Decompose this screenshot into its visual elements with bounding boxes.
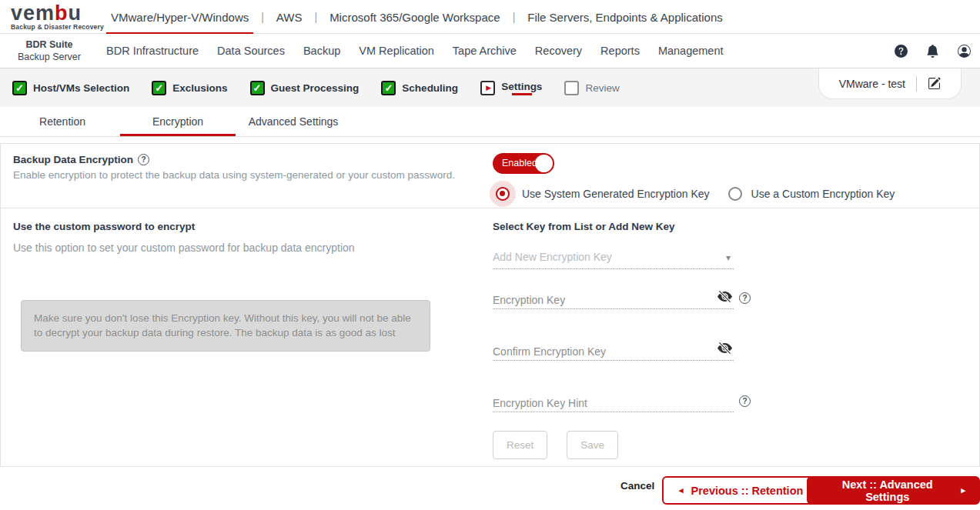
encryption-panel: Backup Data Encryption ? Enable encrypti… — [0, 143, 980, 467]
nav-bdr-infrastructure[interactable]: BDR Infrastructure — [106, 45, 199, 57]
notifications-bell-icon[interactable] — [926, 45, 939, 58]
radio-system-generated-label: Use System Generated Encryption Key — [522, 188, 710, 200]
wizard-footer: Cancel ◂ Previous :: Retention Next :: A… — [0, 467, 980, 510]
product-tab-m365-gworkspace[interactable]: Microsoft 365/Google Workspace — [328, 0, 502, 34]
nav-recovery[interactable]: Recovery — [535, 45, 582, 57]
tab-retention[interactable]: Retention — [5, 107, 120, 136]
header-icons — [895, 34, 971, 68]
left-arrow-icon: ◂ — [679, 485, 684, 495]
radio-system-generated-key[interactable] — [496, 187, 510, 201]
nav-tape-archive[interactable]: Tape Archive — [453, 45, 517, 57]
confirm-encryption-key-input[interactable] — [493, 342, 734, 361]
encryption-help-icon[interactable]: ? — [138, 154, 149, 165]
key-hint-field-row: ? — [493, 394, 734, 412]
eye-slash-icon[interactable] — [717, 289, 732, 304]
backup-encryption-section: Backup Data Encryption ? Enable encrypti… — [1, 144, 979, 208]
eye-slash-icon[interactable] — [717, 341, 732, 355]
custom-password-subtitle: Use this option to set your custom passw… — [13, 242, 355, 254]
checked-checkbox-icon: ✓ — [12, 81, 27, 95]
form-buttons: Reset Save — [493, 431, 618, 459]
encryption-key-help-icon[interactable]: ? — [739, 292, 751, 304]
encryption-key-field-row: ? — [493, 291, 734, 309]
product-tab-fileservers-endpoints[interactable]: File Servers, Endpoints & Applications — [526, 0, 724, 34]
radio-custom-label: Use a Custom Encryption Key — [751, 188, 895, 200]
checked-checkbox-icon: ✓ — [381, 81, 396, 95]
section-title-row: Backup Data Encryption ? — [13, 154, 455, 165]
help-icon[interactable] — [895, 45, 908, 58]
add-new-encryption-key-dropdown[interactable]: Add New Encryption Key ▾ — [493, 251, 734, 269]
logo-tagline: Backup & Disaster Recovery — [11, 23, 104, 31]
encryption-key-warning: Make sure you don't lose this Encryption… — [21, 300, 430, 352]
nav-separator: | — [314, 11, 317, 23]
wizard-steps-bar: ✓ Host/VMs Selection ✓ Exclusions ✓ Gues… — [0, 68, 980, 107]
suite-title: BDR Suite — [15, 38, 83, 51]
step-guest-processing[interactable]: ✓ Guest Processing — [250, 81, 360, 95]
encryption-description: Enable encryption to protect the backup … — [13, 169, 455, 181]
step-scheduling[interactable]: ✓ Scheduling — [381, 81, 458, 95]
reset-button[interactable]: Reset — [493, 431, 547, 459]
app-header: BDR Suite Backup Server BDR Infrastructu… — [0, 34, 980, 68]
encryption-key-input[interactable] — [493, 291, 734, 309]
save-button[interactable]: Save — [567, 431, 618, 459]
empty-checkbox-icon — [564, 81, 579, 95]
nav-separator: | — [513, 11, 516, 23]
checked-checkbox-icon: ✓ — [250, 81, 265, 95]
backup-data-encryption-title: Backup Data Encryption — [13, 154, 133, 165]
vembu-logo[interactable]: vembu Backup & Disaster Recovery — [11, 3, 104, 31]
product-tab-aws[interactable]: AWS — [275, 0, 304, 34]
user-account-icon[interactable] — [958, 45, 971, 58]
nav-backup[interactable]: Backup — [303, 45, 340, 57]
cancel-button[interactable]: Cancel — [620, 480, 654, 492]
toggle-knob — [535, 155, 553, 172]
suite-subtitle: Backup Server — [15, 51, 83, 63]
step-exclusions[interactable]: ✓ Exclusions — [152, 81, 227, 95]
logo-wordmark: vembu — [11, 3, 104, 23]
right-arrow-icon: ▸ — [961, 485, 965, 495]
encryption-key-hint-input[interactable] — [493, 394, 734, 412]
previous-retention-button[interactable]: ◂ Previous :: Retention — [662, 476, 820, 505]
step-host-vms-selection[interactable]: ✓ Host/VMs Selection — [12, 81, 129, 95]
confirm-key-field-row — [493, 342, 734, 361]
checked-checkbox-icon: ✓ — [152, 81, 166, 95]
tab-encryption[interactable]: Encryption — [120, 107, 236, 136]
nav-data-sources[interactable]: Data Sources — [217, 45, 285, 57]
tab-advanced-settings[interactable]: Advanced Settings — [236, 107, 351, 136]
toggle-label: Enabled — [502, 158, 537, 168]
job-name: VMware - test — [839, 78, 905, 90]
custom-password-title: Use the custom password to encrypt — [13, 221, 195, 232]
step-review[interactable]: Review — [564, 81, 619, 95]
product-nav: VMware/Hyper-V/Windows | AWS | Microsoft… — [109, 0, 724, 34]
key-hint-help-icon[interactable]: ? — [739, 395, 751, 407]
settings-subtabs: Retention Encryption Advanced Settings — [0, 107, 980, 137]
next-advanced-settings-button[interactable]: Next :: Advanced Settings ▸ — [807, 476, 980, 505]
encryption-enabled-toggle[interactable]: Enabled — [493, 153, 554, 174]
encryption-key-type-radios: Use System Generated Encryption Key Use … — [493, 187, 895, 201]
wizard-steps: ✓ Host/VMs Selection ✓ Exclusions ✓ Gues… — [12, 68, 620, 107]
nav-separator: | — [261, 11, 264, 23]
radio-custom-key[interactable] — [728, 187, 742, 201]
play-current-step-icon: ▶ — [480, 81, 495, 95]
product-header: vembu Backup & Disaster Recovery VMware/… — [0, 0, 980, 34]
vertical-divider — [916, 76, 917, 92]
nav-reports[interactable]: Reports — [600, 45, 640, 57]
custom-key-section: Use the custom password to encrypt Use t… — [1, 208, 979, 466]
job-name-tab: VMware - test — [818, 68, 962, 99]
main-nav: BDR Infrastructure Data Sources Backup V… — [106, 34, 724, 68]
suite-label: BDR Suite Backup Server — [15, 38, 83, 63]
step-settings[interactable]: ▶ Settings — [480, 81, 542, 95]
edit-job-name-icon[interactable] — [928, 77, 941, 90]
select-key-title: Select Key from List or Add New Key — [493, 221, 675, 232]
nav-vm-replication[interactable]: VM Replication — [359, 45, 434, 57]
dropdown-placeholder: Add New Encryption Key — [493, 251, 612, 263]
nav-management[interactable]: Management — [658, 45, 724, 57]
chevron-down-icon: ▾ — [726, 252, 731, 263]
add-key-dropdown-row: Add New Encryption Key ▾ — [493, 251, 734, 269]
product-tab-vmware-hyperv-windows[interactable]: VMware/Hyper-V/Windows — [109, 0, 250, 34]
